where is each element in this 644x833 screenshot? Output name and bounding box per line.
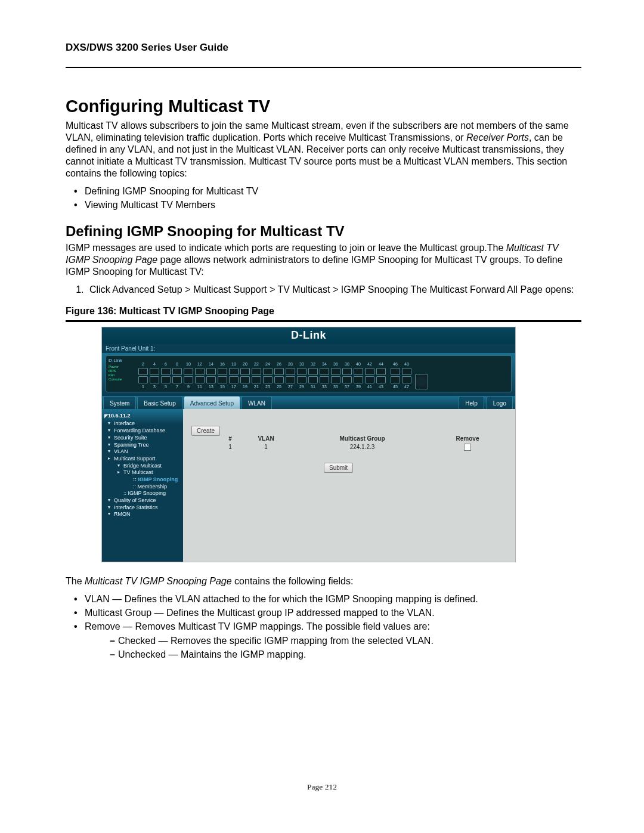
brand-bar: D-Link [102, 327, 515, 344]
tree-item[interactable]: Spanning Tree [108, 442, 181, 449]
port[interactable] [252, 376, 261, 383]
tree-item[interactable]: RMON [108, 511, 181, 518]
tree-item[interactable]: Bridge Multicast [117, 463, 181, 470]
tab-basic-setup[interactable]: Basic Setup [137, 396, 182, 409]
port[interactable] [172, 376, 182, 383]
port[interactable] [263, 368, 273, 375]
heading-2: Defining IGMP Snooping for Multicast TV [66, 223, 581, 240]
port[interactable] [161, 368, 171, 375]
port[interactable] [252, 368, 261, 375]
section-paragraph: IGMP messages are used to indicate which… [66, 242, 581, 278]
port[interactable] [150, 376, 159, 383]
screenshot-panel: D-Link Front Panel Unit 1: D-Link Power … [101, 327, 516, 562]
port[interactable] [172, 368, 182, 375]
tree-item[interactable]: Quality of Service [108, 497, 181, 504]
list-item: Unchecked — Maintains the IGMP mapping. [85, 649, 581, 661]
port[interactable] [308, 376, 318, 383]
port[interactable] [195, 376, 205, 383]
port[interactable] [376, 368, 386, 375]
port[interactable] [184, 376, 193, 383]
doc-header: DXS/DWS 3200 Series User Guide [66, 42, 581, 54]
port[interactable] [218, 376, 227, 383]
app-body: 10.6.11.2 InterfaceForwarding DatabaseSe… [102, 409, 515, 562]
port[interactable] [320, 368, 329, 375]
port[interactable] [391, 368, 400, 375]
port[interactable] [274, 368, 284, 375]
tree-item[interactable]: :: IGMP Snooping [127, 476, 181, 484]
device-chassis: D-Link Power RPS Fan Console 21436587109… [106, 355, 512, 392]
port[interactable] [365, 376, 374, 383]
port[interactable] [354, 376, 363, 383]
tab-advanced-setup[interactable]: Advanced Setup [184, 396, 240, 409]
tab-system[interactable]: System [103, 396, 136, 409]
tab-help[interactable]: Help [459, 396, 484, 409]
port[interactable] [286, 368, 295, 375]
port[interactable] [365, 368, 374, 375]
port[interactable] [376, 376, 386, 383]
port[interactable] [297, 368, 306, 375]
nav-tree: 10.6.11.2 InterfaceForwarding DatabaseSe… [102, 409, 183, 562]
port[interactable] [402, 376, 411, 383]
content-pane: Create # VLAN Multicast Group Remove 1 1… [183, 409, 515, 562]
port[interactable] [331, 368, 340, 375]
tree-item[interactable]: :: IGMP Snooping [117, 490, 181, 497]
intro-paragraph: Multicast TV allows subscribers to join … [66, 120, 581, 179]
port[interactable] [206, 368, 216, 375]
tree-item[interactable]: Interface Statistics [108, 504, 181, 512]
serial-port-icon [415, 374, 428, 389]
port[interactable] [240, 376, 250, 383]
tree-root-ip[interactable]: 10.6.11.2 [104, 413, 181, 420]
port[interactable] [274, 376, 284, 383]
tree-item[interactable]: Multicast SupportBridge MulticastTV Mult… [108, 456, 181, 497]
figure-divider [66, 320, 581, 322]
heading-1: Configuring Multicast TV [66, 97, 581, 116]
remove-checkbox[interactable] [464, 444, 471, 451]
create-button[interactable]: Create [191, 426, 220, 436]
front-panel: D-Link Power RPS Fan Console 21436587109… [102, 353, 515, 396]
list-item: Viewing Multicast TV Members [66, 199, 581, 211]
port[interactable] [263, 376, 273, 383]
port[interactable] [297, 376, 306, 383]
list-item: VLAN — Defines the VLAN attached to the … [66, 593, 581, 605]
tree-item[interactable]: VLAN [108, 448, 181, 456]
tree-item[interactable]: Forwarding Database [108, 428, 181, 435]
port[interactable] [184, 368, 193, 375]
list-item: Checked — Removes the specific IGMP mapp… [85, 635, 581, 647]
tab-wlan[interactable]: WLAN [242, 396, 272, 409]
tree-item[interactable]: :: Membership [127, 484, 181, 491]
led-block: Power RPS Fan Console [109, 365, 122, 382]
uplink-group: 46454847 [391, 362, 411, 389]
remove-values-list: Checked — Removes the specific IGMP mapp… [85, 635, 581, 661]
list-item: Multicast Group — Defines the Multicast … [66, 607, 581, 619]
port[interactable] [308, 368, 318, 375]
port[interactable] [138, 376, 148, 383]
port[interactable] [161, 376, 171, 383]
divider [66, 67, 581, 68]
port[interactable] [229, 376, 239, 383]
steps-list: Click Advanced Setup > Multicast Support… [66, 284, 581, 296]
port[interactable] [206, 376, 216, 383]
figure-label: Figure 136: Multicast TV IGMP Snooping P… [66, 306, 581, 317]
port[interactable] [354, 368, 363, 375]
port[interactable] [391, 376, 400, 383]
submit-button[interactable]: Submit [324, 463, 353, 473]
port[interactable] [218, 368, 227, 375]
port[interactable] [150, 368, 159, 375]
port[interactable] [342, 368, 352, 375]
table-row: 1 1 224.1.2.3 [215, 444, 497, 452]
port[interactable] [402, 368, 411, 375]
tab-logout[interactable]: Logo [487, 396, 513, 409]
tree-item[interactable]: Interface [108, 420, 181, 428]
port[interactable] [286, 376, 295, 383]
front-panel-label: Front Panel Unit 1: [102, 344, 515, 353]
port[interactable] [138, 368, 148, 375]
port[interactable] [240, 368, 250, 375]
port[interactable] [331, 376, 340, 383]
port-group: 2143658710912111413161518172019222124232… [138, 362, 386, 389]
tree-item[interactable]: Security Suite [108, 435, 181, 442]
tree-item[interactable]: TV Multicast:: IGMP Snooping:: Membershi… [117, 469, 181, 490]
port[interactable] [195, 368, 205, 375]
port[interactable] [342, 376, 352, 383]
port[interactable] [229, 368, 239, 375]
port[interactable] [320, 376, 329, 383]
